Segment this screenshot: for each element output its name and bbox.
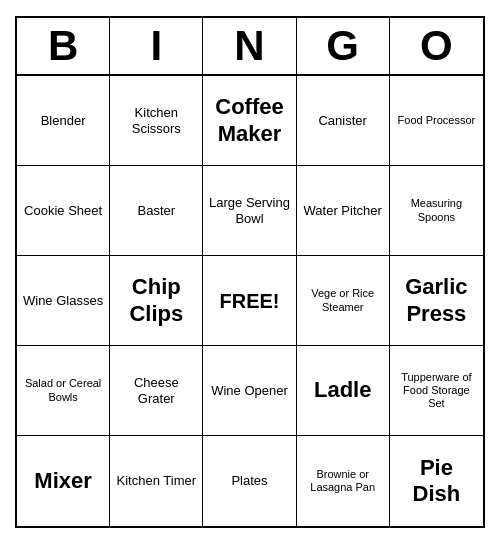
cell-r4c2[interactable]: Cheese Grater (110, 346, 203, 436)
bingo-grid: BlenderKitchen ScissorsCoffee MakerCanis… (17, 76, 483, 526)
cell-r5c5[interactable]: Pie Dish (390, 436, 483, 526)
cell-r1c4[interactable]: Canister (297, 76, 390, 166)
header-letter-g: G (297, 18, 390, 74)
header-letter-i: I (110, 18, 203, 74)
cell-r1c1[interactable]: Blender (17, 76, 110, 166)
cell-r2c2[interactable]: Baster (110, 166, 203, 256)
cell-r1c2[interactable]: Kitchen Scissors (110, 76, 203, 166)
cell-r5c2[interactable]: Kitchen Timer (110, 436, 203, 526)
cell-r5c4[interactable]: Brownie or Lasagna Pan (297, 436, 390, 526)
cell-r5c3[interactable]: Plates (203, 436, 296, 526)
cell-r4c4[interactable]: Ladle (297, 346, 390, 436)
cell-r2c4[interactable]: Water Pitcher (297, 166, 390, 256)
cell-r3c2[interactable]: Chip Clips (110, 256, 203, 346)
cell-r3c3[interactable]: FREE! (203, 256, 296, 346)
header-letter-o: O (390, 18, 483, 74)
cell-r3c5[interactable]: Garlic Press (390, 256, 483, 346)
cell-r1c5[interactable]: Food Processor (390, 76, 483, 166)
header-letter-b: B (17, 18, 110, 74)
cell-r4c1[interactable]: Salad or Cereal Bowls (17, 346, 110, 436)
cell-r5c1[interactable]: Mixer (17, 436, 110, 526)
cell-r2c3[interactable]: Large Serving Bowl (203, 166, 296, 256)
cell-r4c5[interactable]: Tupperware of Food Storage Set (390, 346, 483, 436)
cell-r1c3[interactable]: Coffee Maker (203, 76, 296, 166)
bingo-header: BINGO (17, 18, 483, 76)
cell-r3c1[interactable]: Wine Glasses (17, 256, 110, 346)
cell-r3c4[interactable]: Vege or Rice Steamer (297, 256, 390, 346)
cell-r2c5[interactable]: Measuring Spoons (390, 166, 483, 256)
cell-r2c1[interactable]: Cookie Sheet (17, 166, 110, 256)
bingo-card: BINGO BlenderKitchen ScissorsCoffee Make… (15, 16, 485, 528)
cell-r4c3[interactable]: Wine Opener (203, 346, 296, 436)
header-letter-n: N (203, 18, 296, 74)
